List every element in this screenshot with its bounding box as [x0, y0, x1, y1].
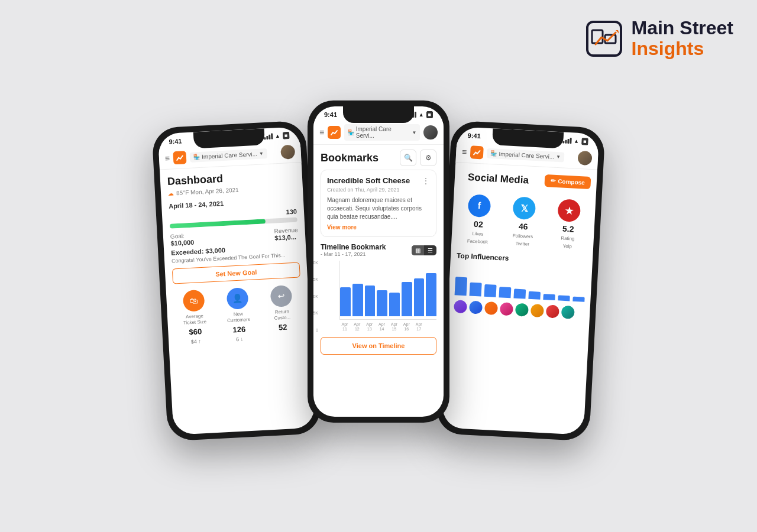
app-icon-center [328, 126, 341, 139]
logo-icon [585, 20, 623, 58]
battery-icon-center: ■ [426, 111, 433, 118]
store-name-right: Imperial Care Servi... [499, 150, 554, 160]
chart-label-apr17: Apr17 [413, 322, 424, 332]
inf-avatar-1 [454, 300, 467, 313]
facebook-icon: f [468, 194, 491, 218]
logo-text: Main Street Insights [632, 18, 733, 59]
compose-label: Compose [558, 178, 585, 186]
signal-icon-left [264, 133, 273, 140]
y-label-5k: 5K [313, 311, 318, 315]
chart-label-apr13: Apr13 [364, 322, 375, 332]
platform-facebook[interactable]: f 02 Likes Facebook [457, 193, 500, 245]
menu-icon-center[interactable]: ≡ [319, 128, 324, 137]
signal-icon-right [562, 137, 572, 144]
inf-bar-5 [513, 289, 526, 299]
view-more-link[interactable]: View more [327, 224, 430, 231]
y-label-10k: 10K [313, 294, 318, 299]
return-label: ReturnCusto... [274, 309, 291, 321]
phone-center-screen: 9:41 ▲ ■ ≡ [313, 106, 444, 417]
avatar-center[interactable] [423, 125, 438, 140]
timeline-title: Timeline Bookmark [321, 243, 386, 251]
inf-bar-9 [572, 297, 584, 302]
inf-avatar-4 [500, 302, 513, 316]
facebook-label: Likes [472, 231, 483, 237]
customers-delta: 6 ↓ [236, 336, 244, 343]
chart-label-apr12: Apr12 [352, 322, 363, 332]
phones-container: 9:41 ▲ ■ ≡ [160, 89, 597, 491]
twitter-icon: 𝕏 [512, 196, 536, 220]
platform-twitter[interactable]: 𝕏 46 Followers Twitter [502, 196, 545, 247]
bar-chart-view-btn[interactable]: ▦ [412, 245, 424, 255]
view-timeline-wrapper: View on Timeline [313, 337, 444, 355]
wifi-icon-center: ▲ [419, 112, 424, 118]
inf-bar-2 [470, 282, 482, 296]
chart-bar-6 [402, 282, 412, 316]
phone-right-screen: 9:41 ▲ ■ ≡ [442, 126, 599, 435]
store-name-center: Imperial Care Servi... [356, 126, 410, 139]
facebook-stat: 02 [474, 219, 483, 229]
dropdown-arrow-center: ▼ [412, 130, 417, 135]
phone-center-notch [343, 106, 414, 123]
timeline-section: Timeline Bookmark - Mar 11 - 17, 2021 ▦ … [321, 243, 436, 332]
weather-icon: ☁ [168, 190, 174, 197]
store-selector-left[interactable]: 🏪 Imperial Care Servi... ▼ [190, 148, 268, 163]
revenue-col: Revenue $13,0... [274, 226, 298, 241]
chart-label-apr11: Apr11 [339, 322, 350, 332]
weather-text: 85°F Mon, Apr 26, 2021 [176, 187, 239, 197]
list-chart-view-btn[interactable]: ☰ [424, 245, 436, 255]
revenue-display: 130 [286, 208, 297, 216]
inf-avatar-6 [530, 304, 544, 317]
metric-return: ↩ ReturnCusto... 52 [261, 284, 304, 341]
battery-icon-right: ■ [581, 138, 588, 145]
chart-label-apr15: Apr15 [389, 322, 400, 332]
chart-bar-1 [340, 287, 351, 316]
store-selector-right[interactable]: 🏪 Imperial Care Servi... ▼ [487, 148, 565, 162]
twitter-label: Followers [513, 233, 533, 239]
inf-bar-6 [528, 291, 541, 300]
customers-label: NewCustomers [227, 311, 250, 323]
inf-bar-7 [543, 294, 555, 300]
dropdown-arrow-left: ▼ [259, 151, 264, 156]
compose-button[interactable]: ✏ Compose [545, 174, 591, 189]
set-goal-button[interactable]: Set New Goal [172, 262, 300, 284]
return-value: 52 [279, 323, 287, 332]
avatar-left[interactable] [280, 145, 295, 160]
bookmark-card-title: Incredible Soft Cheese [327, 176, 410, 185]
bookmarks-title: Bookmarks [321, 152, 378, 164]
inf-avatar-7 [546, 304, 559, 318]
yelp-name: Yelp [562, 244, 572, 249]
chart-wrapper: 20K 15K 10K 5K 0 [321, 261, 436, 332]
app-icon-right [470, 145, 484, 159]
yelp-icon: ★ [557, 199, 581, 222]
store-selector-center[interactable]: 🏪 Imperial Care Servi... ▼ [344, 124, 420, 141]
social-platforms: f 02 Likes Facebook 𝕏 46 Followers Twitt… [451, 189, 596, 255]
bookmark-dots[interactable]: ⋮ [422, 176, 430, 186]
phone-right: 9:41 ▲ ■ ≡ [435, 121, 605, 442]
inf-bar-4 [499, 287, 511, 298]
compose-icon: ✏ [551, 177, 556, 184]
bar-chart [339, 261, 436, 320]
time-left: 9:41 [169, 138, 182, 145]
chart-bar-8 [426, 273, 436, 316]
twitter-stat: 46 [519, 222, 528, 232]
view-timeline-button[interactable]: View on Timeline [321, 337, 436, 355]
ticket-delta: $4 ↑ [191, 338, 202, 345]
revenue-value: $13,0... [274, 233, 299, 241]
bookmark-icons: 🔍 ⚙ [400, 150, 436, 166]
chart-label-apr17b [426, 322, 436, 332]
app-icon-left [173, 151, 187, 164]
logo-area: Main Street Insights [585, 18, 733, 59]
platform-yelp[interactable]: ★ 5.2 Rating Yelp [547, 198, 590, 249]
search-button[interactable]: 🔍 [400, 150, 416, 166]
avatar-right[interactable] [577, 151, 592, 166]
date-range: April 18 - 24, 2021 [169, 196, 296, 210]
status-icons-left: ▲ ■ [264, 132, 290, 140]
phone-left: 9:41 ▲ ■ ≡ [151, 121, 321, 442]
bookmark-card-text: Magnam doloremque maiores et occaecati. … [327, 196, 430, 221]
battery-icon-left: ■ [283, 132, 290, 140]
phone-left-screen: 9:41 ▲ ■ ≡ [158, 126, 315, 435]
app-header-center: ≡ 🏪 Imperial Care Servi... ▼ [313, 121, 444, 145]
filter-button[interactable]: ⚙ [420, 150, 436, 166]
menu-icon-right[interactable]: ≡ [462, 147, 467, 157]
menu-icon-left[interactable]: ≡ [165, 154, 170, 163]
